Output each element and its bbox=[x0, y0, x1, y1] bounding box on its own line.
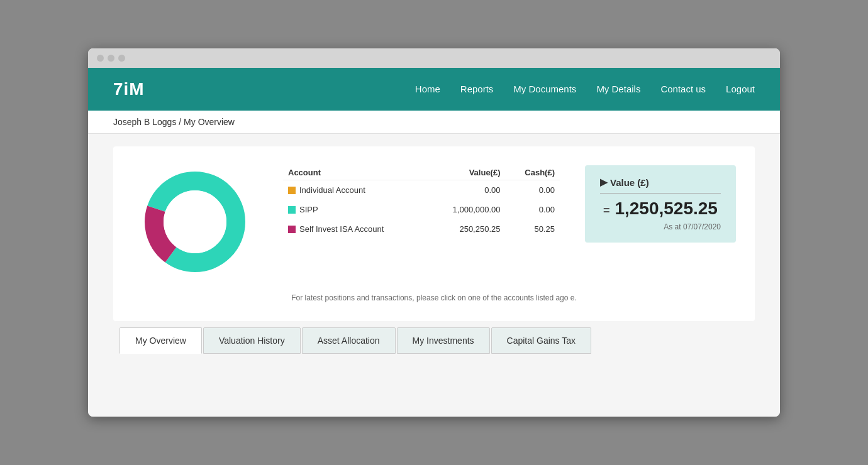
color-dot-sipp bbox=[288, 206, 296, 214]
table-row[interactable]: SIPP 1,000,000.00 0.00 bbox=[283, 200, 560, 219]
page-footer bbox=[88, 379, 780, 417]
breadcrumb: Joseph B Loggs / My Overview bbox=[88, 111, 780, 134]
label-individual-account: Individual Account bbox=[299, 185, 365, 195]
tab-valuation-history[interactable]: Valuation History bbox=[203, 327, 301, 354]
table-row[interactable]: Self Invest ISA Account 250,250.25 50.25 bbox=[283, 219, 560, 239]
value-box: ▶ Value (£) = 1,250,525.25 As at 07/07/2… bbox=[585, 165, 736, 243]
tab-capital-gains-tax[interactable]: Capital Gains Tax bbox=[491, 327, 591, 354]
svg-point-2 bbox=[164, 190, 226, 253]
col-cash: Cash(£) bbox=[506, 165, 560, 180]
value-individual: 0.00 bbox=[427, 180, 506, 200]
account-table: Account Value(£) Cash(£) Individual bbox=[283, 165, 560, 239]
donut-chart bbox=[138, 165, 252, 278]
overview-layout: Account Value(£) Cash(£) Individual bbox=[132, 165, 736, 278]
nav-item-reports[interactable]: Reports bbox=[460, 84, 494, 95]
overview-card: Account Value(£) Cash(£) Individual bbox=[113, 146, 755, 321]
nav-item-contact-us[interactable]: Contact us bbox=[660, 84, 706, 95]
breadcrumb-user[interactable]: Joseph B Loggs bbox=[113, 117, 176, 127]
browser-window: 7iM Home Reports My Documents My Details… bbox=[88, 48, 780, 417]
nav-item-my-details[interactable]: My Details bbox=[596, 84, 640, 95]
color-dot-individual bbox=[288, 187, 296, 194]
nav-link-logout[interactable]: Logout bbox=[726, 84, 755, 94]
value-sipp: 1,000,000.00 bbox=[427, 200, 506, 219]
nav-link-my-documents[interactable]: My Documents bbox=[513, 84, 576, 94]
account-name-sipp[interactable]: SIPP bbox=[283, 200, 427, 219]
label-sipp-account: SIPP bbox=[299, 205, 318, 214]
table-row[interactable]: Individual Account 0.00 0.00 bbox=[283, 180, 560, 200]
logo: 7iM bbox=[113, 79, 145, 99]
value-box-title: ▶ Value (£) bbox=[600, 177, 721, 188]
nav-links: Home Reports My Documents My Details Con… bbox=[415, 84, 755, 95]
cash-sipp: 0.00 bbox=[506, 200, 560, 219]
value-box-amount: = 1,250,525.25 bbox=[600, 193, 721, 219]
navbar: 7iM Home Reports My Documents My Details… bbox=[88, 68, 780, 111]
main-content: Account Value(£) Cash(£) Individual bbox=[88, 134, 780, 379]
browser-dot-2 bbox=[108, 55, 114, 62]
total-value: 1,250,525.25 bbox=[615, 199, 718, 218]
browser-chrome bbox=[88, 48, 780, 68]
chart-container bbox=[132, 165, 258, 278]
account-name-isa[interactable]: Self Invest ISA Account bbox=[283, 219, 427, 239]
account-name-individual[interactable]: Individual Account bbox=[283, 180, 427, 200]
play-icon: ▶ bbox=[600, 177, 608, 188]
tab-my-investments[interactable]: My Investments bbox=[397, 327, 490, 354]
equals-sign: = bbox=[603, 204, 610, 217]
browser-dot-3 bbox=[118, 55, 125, 62]
nav-link-home[interactable]: Home bbox=[415, 84, 440, 94]
value-box-title-text: Value (£) bbox=[610, 177, 649, 188]
logo-text: 7iM bbox=[113, 79, 145, 99]
nav-item-home[interactable]: Home bbox=[415, 84, 440, 95]
col-account: Account bbox=[283, 165, 427, 180]
col-value: Value(£) bbox=[427, 165, 506, 180]
tab-asset-allocation[interactable]: Asset Allocation bbox=[302, 327, 396, 354]
value-box-date: As at 07/07/2020 bbox=[600, 222, 721, 231]
browser-dot-1 bbox=[97, 55, 104, 62]
color-dot-isa bbox=[288, 226, 296, 233]
cash-isa: 50.25 bbox=[506, 219, 560, 239]
info-text: For latest positions and transactions, p… bbox=[132, 293, 736, 302]
nav-link-my-details[interactable]: My Details bbox=[596, 84, 640, 94]
cash-individual: 0.00 bbox=[506, 180, 560, 200]
accounts-data-table: Account Value(£) Cash(£) Individual bbox=[283, 165, 560, 239]
tab-my-overview[interactable]: My Overview bbox=[120, 327, 202, 354]
tabs-section: My Overview Valuation History Asset Allo… bbox=[113, 321, 755, 354]
tabs-bar: My Overview Valuation History Asset Allo… bbox=[113, 327, 755, 354]
nav-link-contact-us[interactable]: Contact us bbox=[660, 84, 706, 94]
breadcrumb-page: My Overview bbox=[184, 117, 235, 127]
nav-item-logout[interactable]: Logout bbox=[726, 84, 755, 95]
breadcrumb-separator: / bbox=[179, 117, 184, 127]
label-isa-account: Self Invest ISA Account bbox=[299, 224, 384, 234]
nav-item-my-documents[interactable]: My Documents bbox=[513, 84, 576, 95]
nav-link-reports[interactable]: Reports bbox=[460, 84, 494, 94]
value-isa: 250,250.25 bbox=[427, 219, 506, 239]
